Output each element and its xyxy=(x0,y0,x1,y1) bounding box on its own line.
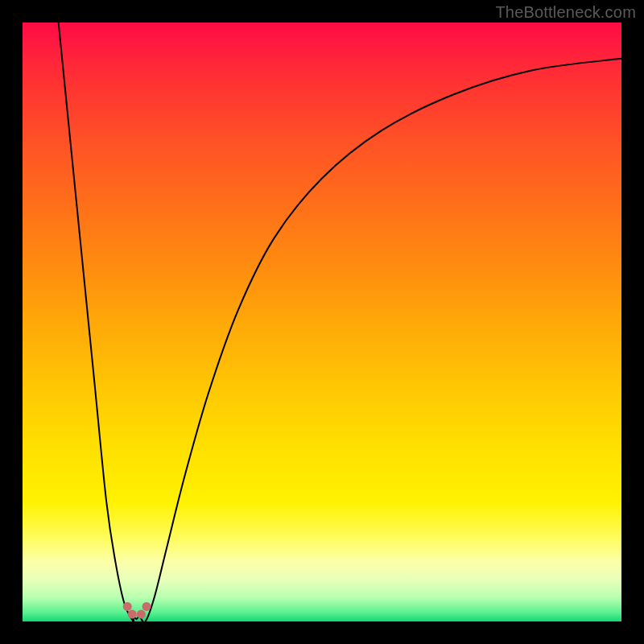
watermark-text: TheBottleneck.com xyxy=(495,3,636,22)
curve-path xyxy=(59,23,621,621)
valley-dot xyxy=(137,610,146,619)
valley-dots xyxy=(123,602,151,619)
valley-dot xyxy=(142,602,151,611)
valley-dot xyxy=(128,610,137,619)
valley-dot xyxy=(123,602,132,611)
curve-layer xyxy=(23,23,621,621)
chart-frame: TheBottleneck.com xyxy=(0,0,644,644)
plot-area xyxy=(23,23,621,621)
